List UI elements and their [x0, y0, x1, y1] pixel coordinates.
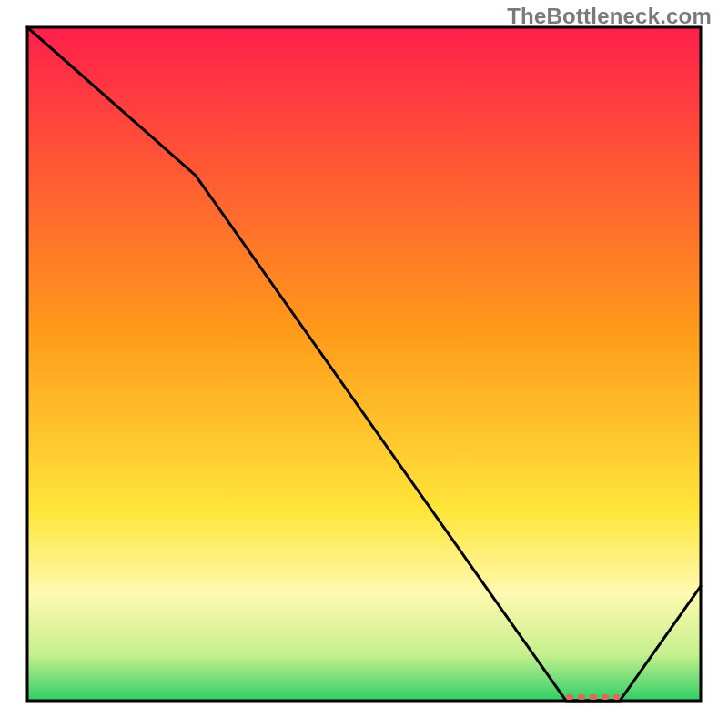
- chart-svg: [0, 0, 728, 728]
- chart-stage: TheBottleneck.com: [0, 0, 728, 728]
- svg-rect-1: [578, 694, 585, 700]
- plot-background: [27, 27, 701, 701]
- svg-rect-3: [602, 694, 609, 700]
- svg-rect-2: [590, 694, 597, 700]
- svg-rect-4: [613, 694, 620, 700]
- svg-rect-0: [566, 694, 573, 700]
